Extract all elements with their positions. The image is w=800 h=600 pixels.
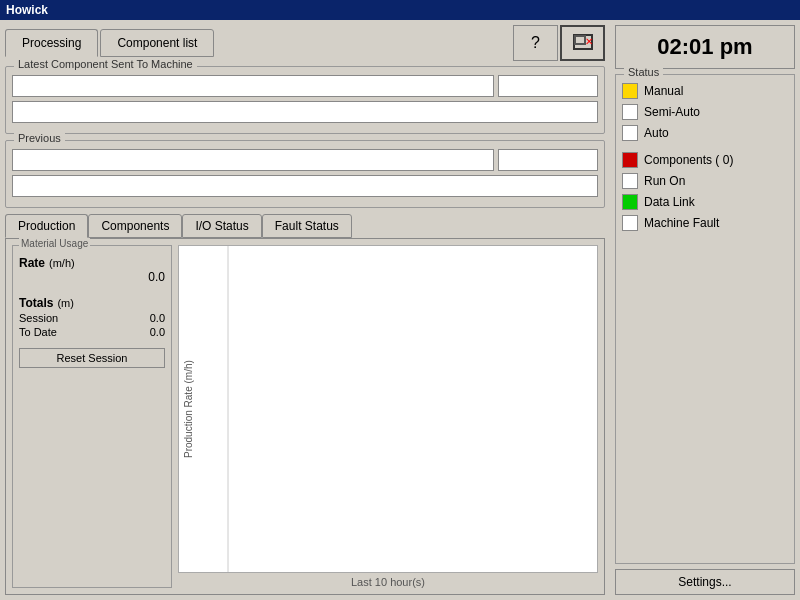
previous-field2[interactable]	[498, 149, 598, 171]
status-box: Status Manual Semi-Auto Auto Components …	[615, 74, 795, 564]
led-machine-fault	[622, 215, 638, 231]
tab-fault-status[interactable]: Fault Status	[262, 214, 352, 238]
material-usage-label: Material Usage	[19, 238, 90, 249]
tab-production[interactable]: Production	[5, 214, 88, 238]
led-auto	[622, 125, 638, 141]
window-button[interactable]: ✕	[560, 25, 605, 61]
chart-canvas	[198, 246, 597, 572]
chart-x-label: Last 10 hour(s)	[351, 576, 425, 588]
label-data-link: Data Link	[644, 195, 695, 209]
help-button[interactable]: ?	[513, 25, 558, 61]
label-run-on: Run On	[644, 174, 685, 188]
latest-component-field2[interactable]	[498, 75, 598, 97]
led-components	[622, 152, 638, 168]
right-panel: 02:01 pm Status Manual Semi-Auto Auto Co…	[610, 20, 800, 600]
app-title: Howick	[6, 3, 48, 17]
label-semi-auto: Semi-Auto	[644, 105, 700, 119]
status-item-run-on: Run On	[622, 173, 788, 189]
todate-value: 0.0	[150, 326, 165, 338]
rate-label: Rate	[19, 256, 45, 270]
led-data-link	[622, 194, 638, 210]
session-value: 0.0	[150, 312, 165, 324]
title-bar: Howick	[0, 0, 800, 20]
led-semi-auto	[622, 104, 638, 120]
reset-session-button[interactable]: Reset Session	[19, 348, 165, 368]
previous-label: Previous	[14, 132, 65, 144]
status-item-data-link: Data Link	[622, 194, 788, 210]
status-title: Status	[624, 66, 663, 78]
status-item-manual: Manual	[622, 83, 788, 99]
chart-area: Production Rate (m/h)	[178, 245, 598, 573]
chart-container: Production Rate (m/h) Last 10 hour(s)	[178, 245, 598, 588]
tab-components[interactable]: Components	[88, 214, 182, 238]
label-auto: Auto	[644, 126, 669, 140]
label-manual: Manual	[644, 84, 683, 98]
settings-button[interactable]: Settings...	[615, 569, 795, 595]
rate-value: 0.0	[19, 270, 165, 284]
bottom-content: Material Usage Rate (m/h) 0.0 Totals (m)…	[5, 238, 605, 595]
tab-processing[interactable]: Processing	[5, 29, 98, 57]
previous-field3[interactable]	[12, 175, 598, 197]
todate-row: To Date 0.0	[19, 326, 165, 338]
bottom-tabs-row: Production Components I/O Status Fault S…	[5, 214, 605, 238]
led-manual	[622, 83, 638, 99]
status-item-machine-fault: Machine Fault	[622, 215, 788, 231]
left-panel: Processing Component list ? ✕ Latest Com…	[0, 20, 610, 600]
latest-component-field3[interactable]	[12, 101, 598, 123]
session-label: Session	[19, 312, 58, 324]
led-run-on	[622, 173, 638, 189]
chart-y-label: Production Rate (m/h)	[179, 246, 198, 572]
label-components: Components ( 0)	[644, 153, 733, 167]
session-row: Session 0.0	[19, 312, 165, 324]
previous-row1	[12, 149, 598, 171]
previous-field1[interactable]	[12, 149, 494, 171]
totals-label: Totals	[19, 296, 53, 310]
rate-unit: (m/h)	[49, 257, 75, 269]
todate-label: To Date	[19, 326, 57, 338]
help-icon: ?	[531, 34, 540, 52]
previous-row2	[12, 175, 598, 197]
latest-component-row1	[12, 75, 598, 97]
main-content: Processing Component list ? ✕ Latest Com…	[0, 20, 800, 600]
status-item-semi-auto: Semi-Auto	[622, 104, 788, 120]
latest-component-label: Latest Component Sent To Machine	[14, 58, 197, 70]
label-machine-fault: Machine Fault	[644, 216, 719, 230]
tab-component-list[interactable]: Component list	[100, 29, 214, 57]
latest-component-row2	[12, 101, 598, 123]
latest-component-field1[interactable]	[12, 75, 494, 97]
clock-display: 02:01 pm	[615, 25, 795, 69]
previous-group: Previous	[5, 140, 605, 208]
status-item-auto: Auto	[622, 125, 788, 141]
totals-unit: (m)	[57, 297, 74, 309]
window-icon: ✕	[573, 34, 593, 53]
material-usage-panel: Material Usage Rate (m/h) 0.0 Totals (m)…	[12, 245, 172, 588]
latest-component-group: Latest Component Sent To Machine	[5, 66, 605, 134]
tabs-row: Processing Component list ? ✕	[5, 25, 605, 61]
tab-io-status[interactable]: I/O Status	[182, 214, 261, 238]
status-item-components: Components ( 0)	[622, 152, 788, 168]
